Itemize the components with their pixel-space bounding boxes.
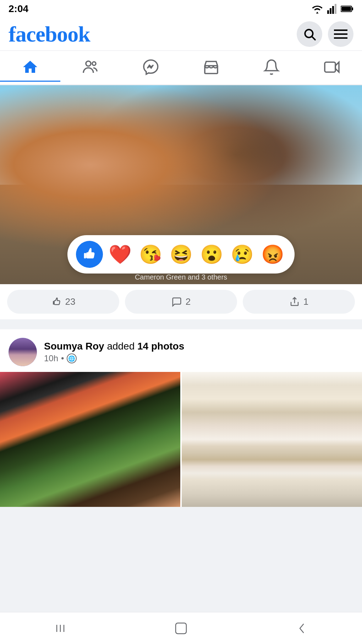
- svg-rect-5: [352, 7, 353, 10]
- messenger-icon: [142, 59, 159, 76]
- svg-rect-15: [325, 62, 335, 72]
- status-bar: 2:04: [0, 0, 362, 18]
- svg-point-13: [92, 62, 96, 65]
- feed-divider: [0, 325, 362, 329]
- app-header: facebook: [0, 18, 362, 51]
- photo-count: 14 photos: [137, 341, 184, 352]
- post-2-meta: Soumya Roy added 14 photos 10h • 🌐: [44, 341, 353, 363]
- reaction-wow-btn[interactable]: 😆: [168, 241, 194, 268]
- feed-content: ❤️ 😘 😆 😮 😢 😡 Cameron Green and 3 others …: [0, 85, 362, 608]
- reaction-like-btn[interactable]: [76, 241, 103, 268]
- bell-icon: [263, 59, 280, 76]
- reaction-angry-btn[interactable]: 😡: [259, 241, 286, 268]
- svg-rect-18: [53, 301, 54, 304]
- nav-tabs: [0, 51, 362, 85]
- svg-rect-23: [176, 623, 186, 634]
- comment-button[interactable]: 2: [125, 290, 237, 314]
- like-button[interactable]: 23: [7, 290, 119, 314]
- reaction-care-btn[interactable]: 😮: [198, 241, 225, 268]
- android-home-btn[interactable]: [167, 618, 195, 639]
- post-image-container: ❤️ 😘 😆 😮 😢 😡 Cameron Green and 3 others: [0, 85, 362, 284]
- hamburger-icon: [334, 29, 347, 39]
- post-2-author-line: Soumya Roy added 14 photos: [44, 341, 353, 352]
- svg-rect-17: [84, 253, 86, 258]
- search-button[interactable]: [297, 21, 322, 47]
- photo-grid-left[interactable]: [0, 372, 180, 507]
- search-icon: [303, 27, 316, 41]
- avatar: [9, 338, 37, 366]
- svg-rect-14: [205, 66, 218, 74]
- post-actions: 23 2 1: [0, 284, 362, 319]
- time-label: 10h: [44, 353, 58, 363]
- tab-notifications[interactable]: [241, 54, 302, 82]
- like-count: 23: [65, 296, 76, 307]
- photo-grid-right[interactable]: [182, 372, 362, 507]
- menu-button[interactable]: [328, 21, 353, 47]
- comment-icon: [171, 297, 182, 307]
- video-icon: [323, 59, 340, 76]
- share-button[interactable]: 1: [243, 290, 355, 314]
- reaction-bar: ❤️ 😘 😆 😮 😢 😡: [67, 235, 295, 274]
- post-2-time: 10h • 🌐: [44, 353, 353, 363]
- tab-home[interactable]: [0, 54, 60, 82]
- recent-apps-btn[interactable]: [46, 618, 75, 639]
- reaction-sad-btn[interactable]: 😢: [229, 241, 256, 268]
- post-2-header: Soumya Roy added 14 photos 10h • 🌐: [0, 329, 362, 372]
- signal-icon: [327, 4, 337, 14]
- time-separator: •: [61, 353, 64, 363]
- header-actions: [297, 21, 353, 47]
- back-icon: [295, 621, 309, 635]
- tab-watch[interactable]: [302, 54, 362, 82]
- svg-rect-0: [327, 10, 329, 14]
- status-time: 2:04: [9, 3, 28, 15]
- privacy-icon: 🌐: [67, 353, 77, 363]
- post-action-text: added: [107, 341, 137, 352]
- back-btn[interactable]: [287, 618, 316, 639]
- tab-messenger[interactable]: [121, 54, 181, 82]
- tab-friends[interactable]: [60, 54, 121, 82]
- svg-rect-2: [332, 6, 334, 14]
- svg-rect-6: [341, 7, 351, 11]
- share-icon: [289, 297, 300, 307]
- share-count: 1: [303, 296, 308, 307]
- tab-marketplace[interactable]: [181, 54, 241, 82]
- reaction-haha-btn[interactable]: 😘: [137, 241, 164, 268]
- recent-apps-icon: [53, 621, 67, 635]
- battery-icon: [341, 5, 353, 13]
- home-icon: [22, 59, 39, 76]
- svg-rect-1: [330, 8, 331, 14]
- svg-rect-3: [335, 4, 336, 14]
- bottom-nav: [0, 612, 362, 644]
- post-1: ❤️ 😘 😆 😮 😢 😡 Cameron Green and 3 others …: [0, 85, 362, 319]
- home-circle-icon: [173, 620, 189, 637]
- reaction-subtitle: Cameron Green and 3 others: [135, 273, 227, 281]
- svg-line-8: [312, 37, 315, 40]
- marketplace-icon: [203, 59, 220, 76]
- wifi-icon: [311, 4, 324, 14]
- photo-grid: [0, 372, 362, 507]
- author-name: Soumya Roy: [44, 341, 104, 352]
- thumbs-up-icon: [51, 297, 62, 307]
- facebook-logo: facebook: [9, 22, 90, 47]
- status-icons: [311, 4, 353, 14]
- svg-point-12: [86, 61, 91, 66]
- comment-count: 2: [186, 296, 191, 307]
- post-2: Soumya Roy added 14 photos 10h • 🌐: [0, 329, 362, 507]
- friends-icon: [82, 59, 99, 76]
- reaction-love-btn[interactable]: ❤️: [106, 241, 133, 268]
